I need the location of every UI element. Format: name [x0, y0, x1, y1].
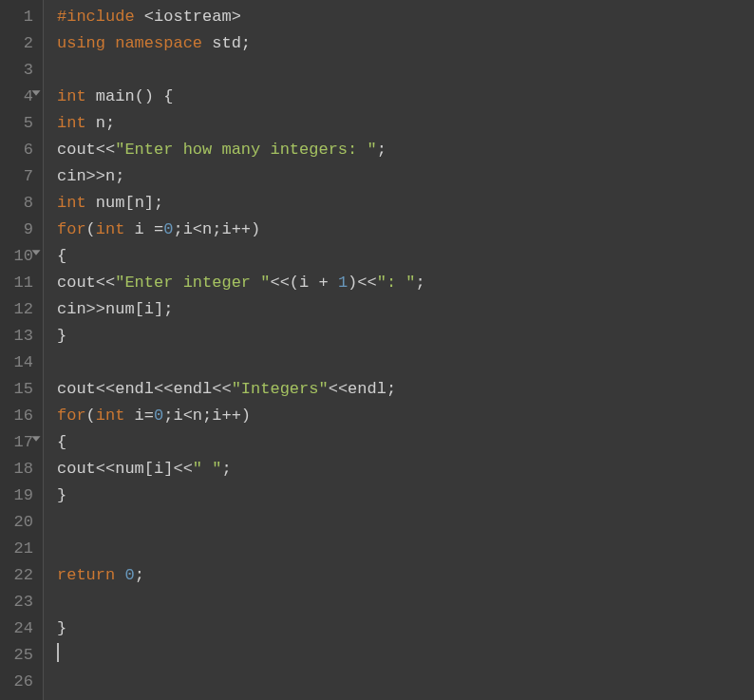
line-number: 5 — [8, 110, 33, 137]
code-token: endl — [173, 380, 212, 398]
code-token: { — [57, 247, 66, 265]
code-line[interactable] — [57, 536, 754, 562]
line-number: 9 — [8, 217, 33, 243]
code-token: } — [57, 619, 66, 637]
code-area[interactable]: #include <iostream>using namespace std;i… — [44, 0, 754, 700]
code-line[interactable] — [57, 509, 754, 536]
code-token: cin — [57, 300, 86, 318]
code-token: cout — [57, 460, 96, 478]
code-token: ; — [105, 114, 115, 132]
code-token: cout — [57, 141, 96, 159]
line-number: 3 — [8, 57, 33, 84]
line-number: 7 — [8, 163, 33, 190]
code-token: n — [86, 114, 105, 132]
code-token: i — [144, 300, 154, 318]
code-token: 0 — [163, 220, 173, 238]
code-token: i — [212, 407, 221, 425]
code-token: num — [105, 300, 135, 318]
code-token: n — [105, 167, 115, 185]
code-line[interactable]: cin>>num[i]; — [57, 296, 754, 323]
code-token: endl — [115, 380, 154, 398]
code-line[interactable]: int main() { — [57, 84, 754, 110]
code-line[interactable]: } — [57, 323, 754, 350]
code-token: std — [202, 34, 241, 52]
code-line[interactable]: for(int i =0;i<n;i++) — [57, 217, 754, 243]
code-token: [ — [124, 194, 134, 212]
code-token: ; — [202, 407, 212, 425]
code-token: " " — [193, 460, 222, 478]
code-token: ] — [163, 460, 173, 478]
code-token: #include — [57, 8, 144, 26]
code-line[interactable]: int num[n]; — [57, 190, 754, 217]
code-token: ( — [86, 407, 96, 425]
code-token: { — [163, 87, 173, 105]
code-line[interactable]: for(int i=0;i<n;i++) — [57, 403, 754, 429]
line-number: 26 — [8, 669, 33, 695]
code-line[interactable]: cout<<endl<<endl<<"Integers"<<endl; — [57, 376, 754, 403]
code-token: i — [183, 220, 193, 238]
code-token: () — [135, 87, 154, 105]
code-token: ; — [163, 407, 173, 425]
code-line[interactable] — [57, 57, 754, 84]
line-number: 17 — [8, 429, 33, 456]
code-editor[interactable]: 1234567891011121314151617181920212223242… — [0, 0, 754, 700]
fold-marker-icon[interactable] — [32, 90, 41, 95]
code-token: cout — [57, 380, 96, 398]
code-line[interactable]: return 0; — [57, 562, 754, 589]
code-token: << — [96, 141, 115, 159]
code-line[interactable]: } — [57, 482, 754, 509]
code-token: ; — [212, 220, 221, 238]
line-number: 10 — [8, 243, 33, 270]
code-line[interactable] — [57, 669, 754, 695]
code-token: ( — [86, 220, 96, 238]
line-number: 20 — [8, 509, 33, 536]
code-token: 1 — [338, 274, 348, 292]
line-number: 24 — [8, 615, 33, 642]
line-number: 8 — [8, 190, 33, 217]
code-token: >> — [86, 300, 105, 318]
code-token: "Integers" — [232, 380, 329, 398]
code-line[interactable] — [57, 589, 754, 615]
line-number: 23 — [8, 589, 33, 615]
code-line[interactable]: int n; — [57, 110, 754, 137]
code-line[interactable]: cin>>n; — [57, 163, 754, 190]
code-token: ; — [135, 566, 144, 584]
code-line[interactable]: using namespace std; — [57, 30, 754, 57]
code-line[interactable] — [57, 642, 754, 669]
code-line[interactable]: } — [57, 615, 754, 642]
code-token: for — [57, 220, 86, 238]
code-token: int — [57, 87, 86, 105]
code-token: n — [202, 220, 212, 238]
fold-marker-icon[interactable] — [32, 436, 41, 441]
line-number: 21 — [8, 536, 33, 562]
code-token: i — [154, 460, 163, 478]
code-token: ; — [115, 167, 124, 185]
line-number: 15 — [8, 376, 33, 403]
code-line[interactable]: cout<<"Enter integer "<<(i + 1)<<": "; — [57, 270, 754, 296]
code-token: } — [57, 327, 66, 345]
line-number: 2 — [8, 30, 33, 57]
code-token: n — [135, 194, 144, 212]
code-line[interactable] — [57, 350, 754, 376]
code-token: ( — [290, 274, 299, 292]
code-token: < — [144, 8, 154, 26]
code-token: ; — [173, 220, 182, 238]
text-cursor — [57, 643, 59, 662]
code-token: num — [115, 460, 144, 478]
code-line[interactable]: cout<<"Enter how many integers: "; — [57, 137, 754, 163]
code-token: << — [96, 460, 115, 478]
fold-marker-icon[interactable] — [32, 250, 41, 255]
code-token: << — [329, 380, 348, 398]
code-token: endl — [348, 380, 386, 398]
code-token: "Enter how many integers: " — [115, 141, 376, 159]
code-line[interactable]: #include <iostream> — [57, 4, 754, 30]
code-token: ; — [377, 141, 386, 159]
code-token: << — [154, 380, 173, 398]
code-line[interactable]: { — [57, 243, 754, 270]
code-token: using — [57, 34, 105, 52]
code-line[interactable]: cout<<num[i]<<" "; — [57, 456, 754, 482]
code-token: ; — [416, 274, 425, 292]
code-line[interactable]: { — [57, 429, 754, 456]
line-number: 22 — [8, 562, 33, 589]
code-token: + — [318, 274, 328, 292]
